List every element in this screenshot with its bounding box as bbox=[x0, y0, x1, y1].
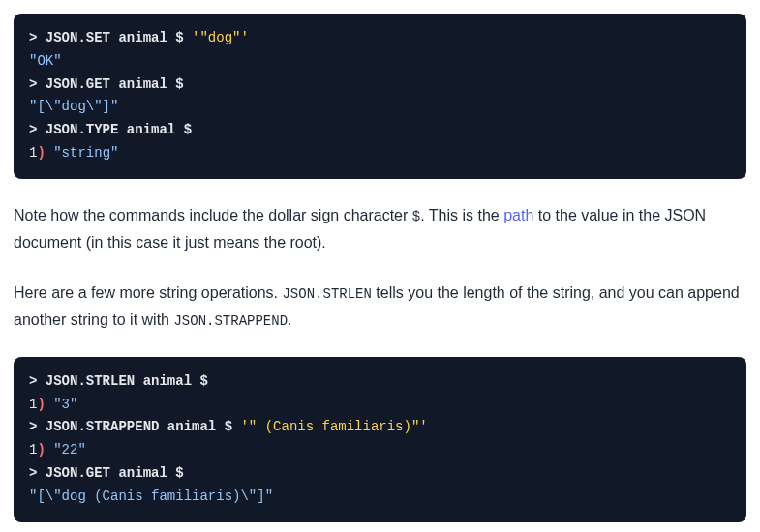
code-block-2: > JSON.STRLEN animal $ 1) "3" > JSON.STR… bbox=[14, 357, 746, 522]
key: animal bbox=[110, 30, 175, 45]
key: animal bbox=[110, 76, 175, 92]
index-paren: ) bbox=[37, 145, 45, 161]
text: Here are a few more string operations. bbox=[14, 284, 282, 301]
argument: '" (Canis familiaris)"' bbox=[240, 419, 427, 434]
prompt: > bbox=[29, 30, 46, 45]
path-dollar: $ bbox=[199, 373, 207, 389]
key: animal bbox=[118, 122, 183, 137]
inline-code-dollar: $ bbox=[412, 209, 420, 224]
path-dollar: $ bbox=[175, 76, 183, 92]
index-paren: ) bbox=[37, 397, 45, 412]
command: JSON.SET bbox=[46, 30, 110, 45]
paragraph-2: Here are a few more string operations. J… bbox=[14, 280, 746, 334]
inline-code-strappend: JSON.STRAPPEND bbox=[173, 313, 288, 329]
key: animal bbox=[159, 419, 224, 434]
prompt: > bbox=[29, 419, 46, 434]
line: > JSON.STRLEN animal $ bbox=[29, 373, 208, 389]
line: "[\"dog\"]" bbox=[29, 99, 118, 114]
line: > JSON.GET animal $ bbox=[29, 76, 184, 92]
space bbox=[46, 442, 53, 458]
line: > JSON.SET animal $ '"dog"' bbox=[29, 30, 249, 45]
line: "OK" bbox=[29, 53, 62, 69]
text: . This is the bbox=[420, 207, 503, 223]
prompt: > bbox=[29, 122, 46, 137]
path-dollar: $ bbox=[184, 122, 192, 137]
path-dollar: $ bbox=[175, 465, 183, 481]
index-paren: ) bbox=[37, 442, 45, 458]
path-dollar: $ bbox=[225, 419, 232, 434]
key: animal bbox=[110, 465, 175, 481]
command: JSON.GET bbox=[46, 76, 110, 92]
line: 1) "3" bbox=[29, 397, 77, 412]
path-dollar: $ bbox=[175, 30, 183, 45]
line: 1) "string" bbox=[29, 145, 118, 161]
command: JSON.GET bbox=[46, 465, 110, 481]
space bbox=[184, 30, 192, 45]
text: Note how the commands include the dollar… bbox=[14, 207, 412, 223]
inline-code-strlen: JSON.STRLEN bbox=[282, 286, 371, 302]
command: JSON.TYPE bbox=[46, 122, 119, 137]
line: 1) "22" bbox=[29, 442, 86, 458]
output: "OK" bbox=[29, 53, 62, 69]
command: JSON.STRLEN bbox=[46, 373, 135, 389]
space bbox=[46, 397, 53, 412]
command: JSON.STRAPPEND bbox=[46, 419, 160, 434]
key: animal bbox=[135, 373, 199, 389]
line: "[\"dog (Canis familiaris)\"]" bbox=[29, 488, 273, 504]
output: "3" bbox=[53, 397, 77, 412]
code-block-1: > JSON.SET animal $ '"dog"' "OK" > JSON.… bbox=[14, 14, 746, 179]
line: > JSON.GET animal $ bbox=[29, 465, 184, 481]
space bbox=[46, 145, 53, 161]
prompt: > bbox=[29, 373, 46, 389]
paragraph-1: Note how the commands include the dollar… bbox=[14, 202, 746, 256]
prompt: > bbox=[29, 465, 46, 481]
output: "[\"dog (Canis familiaris)\"]" bbox=[29, 488, 273, 504]
output: "[\"dog\"]" bbox=[29, 99, 118, 114]
output: "string" bbox=[53, 145, 118, 161]
path-link[interactable]: path bbox=[503, 207, 533, 223]
prompt: > bbox=[29, 76, 46, 92]
line: > JSON.TYPE animal $ bbox=[29, 122, 192, 137]
output: "22" bbox=[53, 442, 86, 458]
text: . bbox=[288, 311, 291, 328]
argument: '"dog"' bbox=[192, 30, 249, 45]
line: > JSON.STRAPPEND animal $ '" (Canis fami… bbox=[29, 419, 428, 434]
